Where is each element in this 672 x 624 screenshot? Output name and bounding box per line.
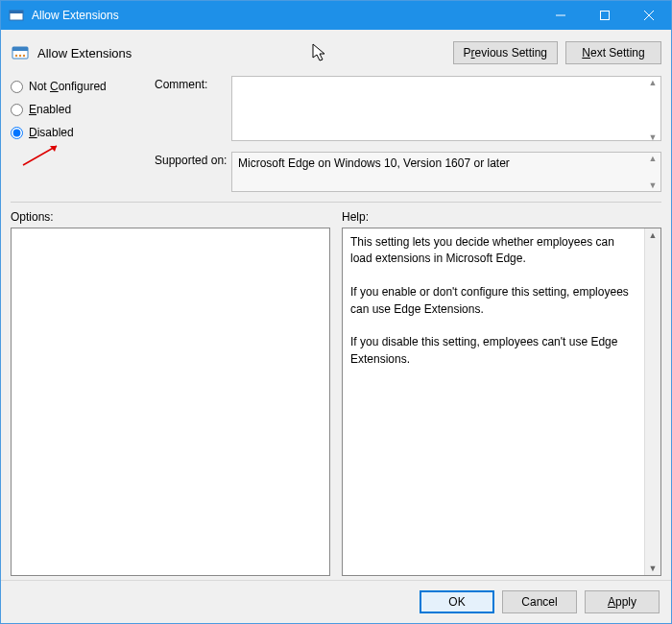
ok-button[interactable]: OK: [420, 590, 494, 613]
svg-point-9: [19, 55, 21, 57]
annotation-arrow-icon: [18, 141, 66, 170]
window-title: Allow Extensions: [32, 9, 539, 22]
close-button[interactable]: [627, 1, 671, 30]
state-radio-group: Not Configured Enabled Disabled: [11, 76, 155, 139]
scroll-down-icon: ▼: [649, 562, 658, 575]
radio-enabled[interactable]: Enabled: [11, 103, 155, 116]
svg-point-10: [23, 55, 25, 57]
help-label: Help:: [342, 210, 661, 224]
radio-disabled[interactable]: Disabled: [11, 126, 155, 139]
header-row: Allow Extensions Previous Setting Next S…: [1, 30, 671, 72]
scroll-down-icon: ▼: [647, 180, 659, 190]
svg-marker-12: [50, 146, 57, 152]
svg-point-8: [15, 55, 17, 57]
dialog-window: Allow Extensions Allow Extensions Previo…: [0, 0, 672, 624]
options-box: [11, 228, 330, 576]
svg-rect-7: [12, 47, 28, 51]
comment-field-wrap: ▲ ▼: [231, 76, 661, 144]
app-icon: [9, 8, 24, 23]
help-box-wrap: This setting lets you decide whether emp…: [342, 228, 661, 576]
svg-line-11: [23, 146, 57, 165]
separator: [11, 202, 661, 203]
policy-icon: [11, 43, 30, 62]
apply-button[interactable]: Apply: [585, 590, 660, 613]
scroll-down-icon: ▼: [647, 132, 659, 142]
supported-field-wrap: Microsoft Edge on Windows 10, Version 16…: [231, 152, 661, 192]
cancel-button[interactable]: Cancel: [502, 590, 577, 613]
minimize-button[interactable]: [539, 1, 583, 30]
radio-not-configured-input[interactable]: [11, 81, 23, 93]
options-label: Options:: [11, 210, 330, 224]
scroll-up-icon: ▲: [649, 228, 658, 242]
previous-setting-button[interactable]: Previous Setting: [453, 41, 558, 64]
titlebar: Allow Extensions: [1, 1, 671, 30]
policy-title: Allow Extensions: [37, 46, 445, 60]
svg-rect-3: [601, 12, 610, 20]
supported-label: Supported on:: [155, 152, 231, 167]
scroll-up-icon: ▲: [647, 154, 659, 163]
columns: Options: Help: This setting lets you dec…: [1, 206, 671, 580]
svg-rect-1: [10, 11, 23, 13]
radio-enabled-input[interactable]: [11, 104, 23, 116]
config-area: Not Configured Enabled Disabled Comment:…: [1, 72, 671, 198]
next-setting-button[interactable]: Next Setting: [565, 41, 661, 64]
comment-label: Comment:: [155, 76, 231, 91]
footer: OK Cancel Apply: [1, 580, 671, 623]
maximize-button[interactable]: [583, 1, 627, 30]
help-scrollbar[interactable]: ▲ ▼: [644, 228, 660, 575]
scroll-up-icon: ▲: [647, 78, 659, 87]
supported-on-text: Microsoft Edge on Windows 10, Version 16…: [231, 152, 661, 192]
help-text: This setting lets you decide whether emp…: [343, 228, 644, 575]
radio-disabled-input[interactable]: [11, 127, 23, 139]
options-column: Options:: [11, 210, 330, 576]
comment-textarea[interactable]: [231, 76, 661, 141]
help-column: Help: This setting lets you decide wheth…: [342, 210, 661, 576]
radio-not-configured[interactable]: Not Configured: [11, 80, 155, 93]
